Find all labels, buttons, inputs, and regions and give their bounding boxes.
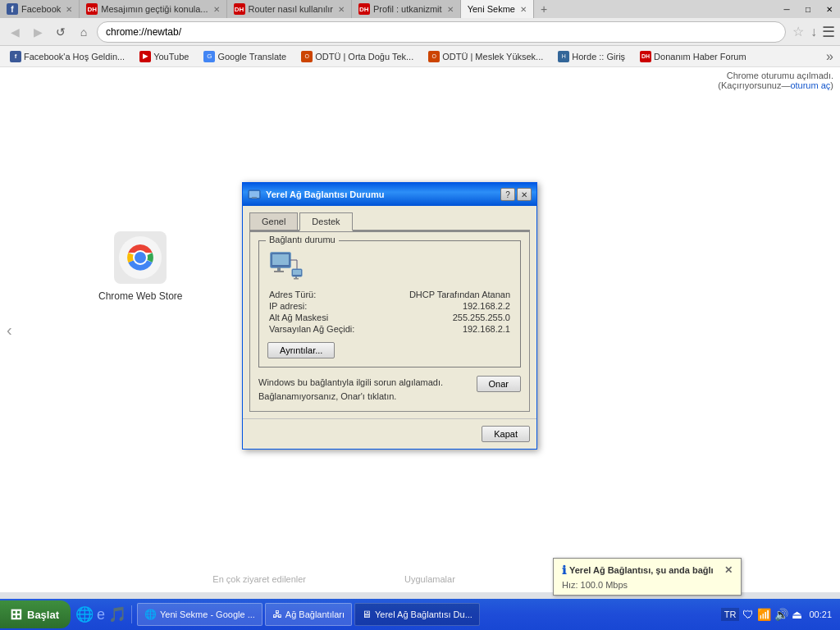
dh-favicon-2: DH — [234, 3, 245, 15]
bookmark-youtube[interactable]: ▶ YouTube — [133, 48, 195, 66]
start-button[interactable]: ⊞ Başlat — [0, 600, 71, 628]
bookmark-gtranslate-label: Google Translate — [217, 52, 286, 62]
taskbar-item-newsekme[interactable]: 🌐 Yeni Sekme - Google ... — [137, 603, 262, 626]
dialog-title-buttons: ? ✕ — [500, 188, 532, 201]
dialog-help-button[interactable]: ? — [500, 188, 515, 201]
horde-bookmark-icon: H — [558, 51, 569, 62]
dh-favicon-3: DH — [358, 3, 370, 15]
bookmark-horde[interactable]: H Horde :: Giriş — [551, 48, 632, 66]
tooltip-title-bar: ℹ Yerel Ağ Bağlantısı, şu anda bağlı ✕ — [562, 564, 733, 577]
bookmark-dh-label: Donanım Haber Forum — [654, 52, 746, 62]
tooltip-close-button[interactable]: ✕ — [724, 564, 733, 576]
kapat-button[interactable]: Kapat — [482, 426, 530, 442]
windows-logo: ⊞ — [10, 605, 22, 623]
tooltip-info-icon: ℹ — [562, 564, 566, 577]
ql-media-icon[interactable]: 🎵 — [108, 605, 126, 623]
bookmark-odtu1[interactable]: O ODTÜ | Orta Doğu Tek... — [294, 48, 420, 66]
tab-profil-close[interactable]: ✕ — [447, 5, 454, 14]
new-tab-page: Chrome oturumu açılmadı. (Kaçırıyorsunuz… — [0, 67, 840, 592]
new-tab-button[interactable]: + — [534, 2, 554, 16]
tab-router[interactable]: DH Router nasıl kullanılır ✕ — [227, 0, 352, 18]
tab-facebook[interactable]: f Facebook ✕ — [0, 0, 80, 18]
address-bar[interactable] — [97, 21, 786, 43]
back-button[interactable]: ◀ — [5, 22, 25, 42]
tray-language[interactable]: TR — [721, 608, 740, 621]
dialog-titlebar: Yerel Ağ Bağlantısı Durumu ? ✕ — [243, 183, 536, 206]
svg-rect-5 — [252, 197, 257, 199]
taskbar-item-yerel-icon: 🖥 — [362, 609, 372, 620]
bookmark-odtu2[interactable]: O ODTÜ | Meslek Yüksek... — [422, 48, 550, 66]
tray-shield-icon[interactable]: 🛡 — [742, 608, 754, 621]
dh-bookmark-icon: DH — [640, 51, 651, 62]
details-button[interactable]: Ayrıntılar... — [267, 342, 335, 358]
ql-ie-icon[interactable]: e — [97, 606, 105, 623]
tray-icons: 🛡 📶 🔊 ⏏ — [742, 608, 802, 621]
reload-button[interactable]: ↺ — [51, 22, 71, 42]
title-bar: f Facebook ✕ DH Mesajımın geçtiği konula… — [0, 0, 840, 18]
info-value-ip: 192.168.2.2 — [385, 301, 510, 311]
window-controls: ─ □ ✕ — [776, 0, 840, 18]
bookmark-facebook-label: Facebook'a Hoş Geldin... — [24, 52, 125, 62]
tab-profil[interactable]: DH Profil : utkanizmit ✕ — [352, 0, 461, 18]
network-status-dialog: Yerel Ağ Bağlantısı Durumu ? ✕ Genel Des… — [242, 182, 537, 450]
tray-remove-hw-icon[interactable]: ⏏ — [792, 608, 802, 621]
menu-button[interactable]: ☰ — [822, 23, 835, 41]
onar-button[interactable]: Onar — [477, 376, 521, 392]
bookmark-star[interactable]: ☆ — [792, 24, 804, 39]
taskbar-item-yerel[interactable]: 🖥 Yerel Ağ Bağlantısı Du... — [354, 603, 480, 626]
dialog-title-icon — [248, 188, 261, 201]
bookmark-facebook[interactable]: f Facebook'a Hoş Geldin... — [3, 48, 131, 66]
tab-mesaj[interactable]: DH Mesajımın geçtiği konula... ✕ — [80, 0, 226, 18]
bookmark-gtranslate[interactable]: G Google Translate — [197, 48, 293, 66]
info-label-ip: IP adresi: — [269, 301, 383, 311]
tray-volume-icon[interactable]: 🔊 — [774, 608, 788, 621]
tab-router-label: Router nasıl kullanılır — [249, 4, 333, 14]
browser-frame: f Facebook ✕ DH Mesajımın geçtiği konula… — [0, 0, 840, 630]
forward-button[interactable]: ▶ — [28, 22, 48, 42]
tab-profil-label: Profil : utkanizmit — [373, 4, 442, 14]
info-row-ip: IP adresi: 192.168.2.2 — [269, 301, 510, 311]
connection-info-table: Adres Türü: DHCP Tarafından Atanan IP ad… — [267, 288, 512, 336]
tab-new-close[interactable]: ✕ — [520, 5, 527, 14]
tab-router-close[interactable]: ✕ — [338, 5, 345, 14]
network-icon-area — [267, 249, 304, 288]
minimize-button[interactable]: ─ — [776, 0, 797, 18]
tray-clock[interactable]: 00:21 — [806, 608, 835, 621]
bookmarks-more-button[interactable]: » — [823, 49, 837, 64]
dialog-footer: Kapat — [243, 418, 536, 449]
info-row-gateway: Varsayılan Ağ Geçidi: 192.168.2.1 — [269, 324, 510, 334]
ql-chrome-icon[interactable]: 🌐 — [75, 605, 94, 623]
dialog-tab-destek[interactable]: Destek — [299, 212, 352, 231]
quick-launch-area: 🌐 e 🎵 — [71, 605, 132, 623]
tab-new[interactable]: Yeni Sekme ✕ — [461, 0, 534, 18]
info-label-subnet: Alt Ağ Maskesi — [269, 313, 383, 322]
svg-rect-8 — [277, 267, 281, 271]
dialog-tab-content: Bağlantı durumu — [249, 231, 530, 412]
taskbar-item-newsekme-label: Yeni Sekme - Google ... — [160, 609, 255, 619]
info-label-adres: Adres Türü: — [269, 290, 383, 299]
toolbar: ◀ ▶ ↺ ⌂ ☆ ↓ ☰ — [0, 18, 840, 46]
info-value-subnet: 255.255.255.0 — [385, 313, 510, 322]
home-button[interactable]: ⌂ — [74, 22, 94, 42]
taskbar-items: 🌐 Yeni Sekme - Google ... 🖧 Ağ Bağlantıl… — [137, 603, 721, 626]
maximize-button[interactable]: □ — [797, 0, 819, 18]
tab-mesaj-close[interactable]: ✕ — [213, 5, 220, 14]
dialog-tab-genel[interactable]: Genel — [249, 212, 298, 230]
bookmark-odtu1-label: ODTÜ | Orta Doğu Tek... — [315, 52, 413, 62]
svg-rect-15 — [294, 278, 299, 280]
taskbar-item-agbaglantilari-label: Ağ Bağlantıları — [285, 609, 345, 619]
network-icon — [267, 249, 304, 285]
content-area: Chrome oturumu açılmadı. (Kaçırıyorsunuz… — [0, 67, 840, 592]
bookmark-dh[interactable]: DH Donanım Haber Forum — [633, 48, 753, 66]
tray-network-icon[interactable]: 📶 — [757, 608, 771, 621]
tab-facebook-close[interactable]: ✕ — [66, 5, 72, 14]
taskbar-item-agbaglantilari-icon: 🖧 — [272, 609, 282, 620]
download-icon[interactable]: ↓ — [810, 25, 817, 39]
taskbar-item-agbaglantilari[interactable]: 🖧 Ağ Bağlantıları — [265, 603, 352, 626]
dialog-close-button[interactable]: ✕ — [517, 188, 532, 201]
svg-rect-7 — [272, 254, 289, 265]
info-label-gateway: Varsayılan Ağ Geçidi: — [269, 324, 383, 334]
bookmark-youtube-label: YouTube — [153, 52, 189, 62]
close-button[interactable]: ✕ — [819, 0, 840, 18]
message-text: Windows bu bağlantıyla ilgili sorun algı… — [258, 376, 470, 403]
